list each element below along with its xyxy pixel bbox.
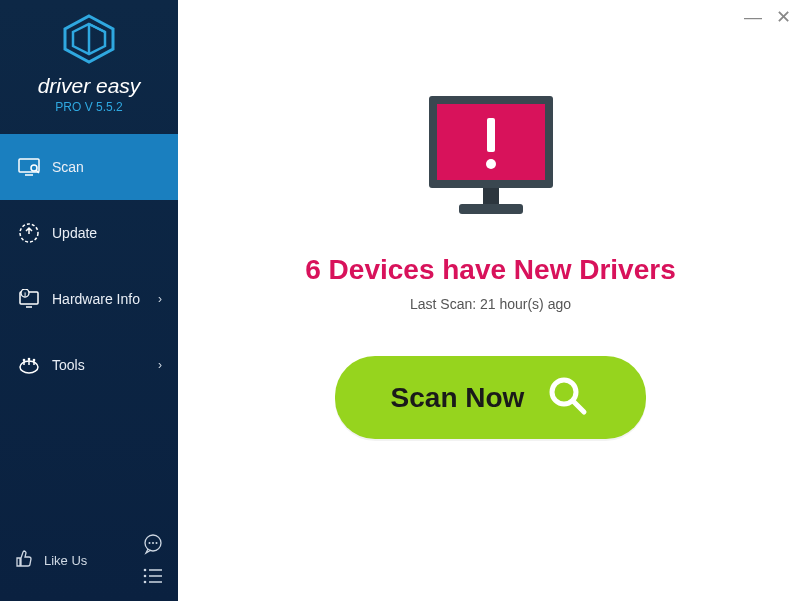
alert-monitor-icon [411,88,571,232]
svg-point-30 [486,159,496,169]
app-root: driver easy PRO V 5.5.2 Scan [0,0,803,601]
search-icon [546,374,590,421]
logo-area: driver easy PRO V 5.5.2 [0,0,178,124]
update-icon [16,222,42,244]
sidebar-item-label: Hardware Info [52,291,140,307]
svg-point-18 [156,542,158,544]
sidebar: driver easy PRO V 5.5.2 Scan [0,0,178,601]
sidebar-item-hardware-info[interactable]: i Hardware Info › [0,266,178,332]
svg-point-13 [28,358,31,361]
menu-icon[interactable] [142,568,164,587]
window-controls: — ✕ [744,8,791,26]
svg-line-32 [573,401,584,412]
svg-point-21 [144,575,147,578]
version-text: PRO V 5.5.2 [0,100,178,114]
svg-point-16 [149,542,151,544]
like-us-label[interactable]: Like Us [44,553,87,568]
sidebar-item-label: Tools [52,357,85,373]
svg-point-19 [144,569,147,572]
sidebar-item-label: Scan [52,159,84,175]
hardware-info-icon: i [16,289,42,309]
minimize-button[interactable]: — [744,8,762,26]
brand-name: driver easy [0,74,178,98]
sidebar-item-update[interactable]: Update [0,200,178,266]
sidebar-footer: Like Us [0,523,178,601]
svg-point-14 [33,359,36,362]
chevron-right-icon: › [158,292,162,306]
scan-now-label: Scan Now [391,382,525,414]
svg-rect-27 [483,188,499,204]
sidebar-nav: Scan Update i [0,134,178,398]
close-button[interactable]: ✕ [776,8,791,26]
feedback-icon[interactable] [142,533,164,558]
svg-point-17 [152,542,154,544]
main-content: 6 Devices have New Drivers Last Scan: 21… [178,0,803,601]
headline-text: 6 Devices have New Drivers [305,254,675,286]
sidebar-item-scan[interactable]: Scan [0,134,178,200]
sidebar-item-tools[interactable]: Tools › [0,332,178,398]
svg-rect-28 [459,204,523,214]
svg-rect-29 [487,118,495,152]
last-scan-text: Last Scan: 21 hour(s) ago [410,296,571,312]
logo-icon [0,14,178,68]
scan-now-button[interactable]: Scan Now [335,356,647,439]
chevron-right-icon: › [158,358,162,372]
scan-icon [16,158,42,176]
svg-point-12 [23,359,26,362]
sidebar-item-label: Update [52,225,97,241]
svg-point-23 [144,581,147,584]
thumbs-up-icon[interactable] [14,549,34,572]
tools-icon [16,355,42,375]
